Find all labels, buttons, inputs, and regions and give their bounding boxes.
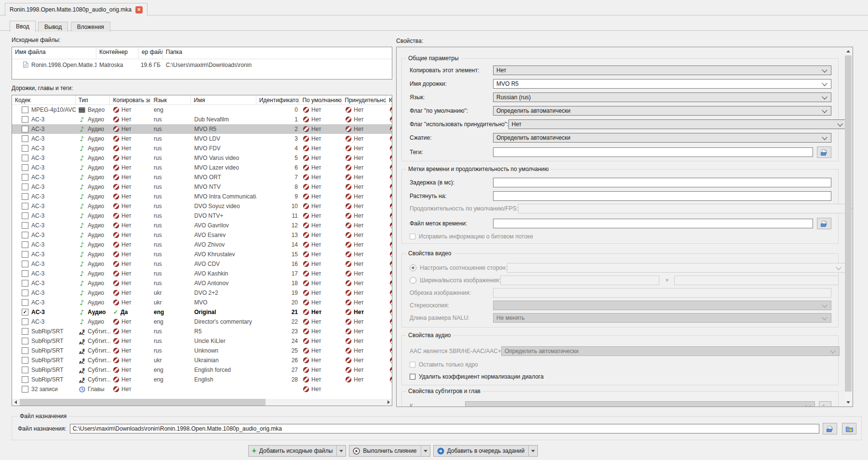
track-row[interactable]: AC-3♪АудиоНетrusAVO Antonov18НетНет	[12, 278, 392, 288]
browse-tags-button[interactable]	[817, 146, 831, 158]
compression-select[interactable]: Определить автоматически	[493, 133, 831, 143]
track-checkbox[interactable]	[22, 367, 28, 373]
remove-dialog-normalization-checkbox[interactable]	[410, 374, 415, 380]
track-checkbox[interactable]	[22, 116, 28, 123]
column-header[interactable]: Тип	[76, 95, 110, 105]
track-row[interactable]: AC-3♪АудиоНетrusMVO NTV8НетНет	[12, 182, 392, 192]
column-header[interactable]: Имя файла	[12, 47, 96, 59]
default-flag-select[interactable]: Определить автоматически	[493, 106, 831, 116]
tab-output[interactable]: Вывод	[38, 22, 68, 32]
track-checkbox[interactable]	[22, 203, 28, 210]
column-header[interactable]: Контейнер	[96, 47, 139, 59]
track-row[interactable]: AC-3♪АудиоНетrusDVO NTV+11НетНет	[12, 211, 392, 221]
track-checkbox[interactable]	[22, 347, 28, 354]
track-checkbox[interactable]	[22, 222, 28, 229]
track-checkbox[interactable]: ✓	[22, 309, 28, 315]
track-checkbox[interactable]	[22, 212, 28, 219]
track-row[interactable]: AC-3♪АудиоНетrusDub Nevafilm1НетНет	[12, 115, 392, 124]
scroll-up-icon[interactable]	[845, 48, 852, 55]
browse-destination-button[interactable]	[823, 423, 837, 434]
scroll-left-icon[interactable]	[12, 399, 19, 406]
track-checkbox[interactable]	[22, 338, 28, 344]
add-queue-dropdown-arrow[interactable]	[529, 446, 537, 456]
column-header[interactable]: Копировать элем	[110, 95, 150, 105]
start-multiplexing-button[interactable]: Выполнить слияние	[349, 445, 430, 457]
start-mux-dropdown-arrow[interactable]	[421, 446, 430, 456]
track-checkbox[interactable]	[22, 318, 28, 325]
track-checkbox[interactable]	[22, 184, 28, 190]
properties-vertical-scrollbar[interactable]	[845, 48, 852, 406]
track-checkbox[interactable]	[22, 289, 28, 296]
add-source-dropdown-arrow[interactable]	[337, 446, 346, 456]
scroll-down-icon[interactable]	[845, 399, 852, 406]
track-row[interactable]: SubRip/SRTBACСубтит...НетrusUnknown25Нет…	[12, 346, 392, 355]
column-header[interactable]: Имя	[191, 95, 256, 105]
track-checkbox[interactable]	[22, 155, 28, 161]
track-row[interactable]: AC-3♪АудиоНетrusMVO Intra Communicati...…	[12, 192, 392, 201]
column-header[interactable]: ер файла	[139, 47, 163, 59]
track-row[interactable]: AC-3♪АудиоНетukrMVO20НетНет	[12, 298, 392, 307]
favorite-folder-button[interactable]	[842, 423, 856, 434]
track-checkbox[interactable]	[22, 299, 28, 306]
scrollbar-thumb[interactable]	[20, 399, 266, 406]
tab-input[interactable]: Ввод	[10, 21, 36, 32]
column-header[interactable]: По умолчанию	[299, 95, 342, 105]
track-row[interactable]: AC-3♪АудиоНетrusAVO Gavrilov12НетНет	[12, 221, 392, 230]
track-row[interactable]: AC-3♪АудиоНетrusAVO Kashkin17НетНет	[12, 269, 392, 278]
track-row[interactable]: AC-3♪АудиоНетrusMVO Varus video5НетНет	[12, 153, 392, 163]
timestamps-file-input[interactable]	[493, 219, 813, 228]
scroll-right-icon[interactable]	[385, 399, 392, 406]
track-checkbox[interactable]	[22, 280, 28, 287]
track-name-combobox[interactable]: MVO R5	[493, 79, 831, 89]
track-row[interactable]: AC-3♪АудиоНетrusMVO Lazer video6НетНет	[12, 163, 392, 172]
delay-input[interactable]	[493, 178, 831, 187]
track-row[interactable]: SubRip/SRTBACСубтит...НетengEnglish forc…	[12, 365, 392, 375]
destination-file-input[interactable]	[70, 424, 819, 434]
track-checkbox[interactable]	[22, 164, 28, 171]
track-row[interactable]: 32 записиГлавыНетНет	[12, 384, 392, 394]
track-checkbox[interactable]	[22, 251, 28, 258]
track-checkbox[interactable]	[22, 270, 28, 277]
tracks-horizontal-scrollbar[interactable]	[12, 399, 392, 406]
track-row[interactable]: AC-3♪АудиоНетrusAVO Zhivov14НетНет	[12, 240, 392, 250]
track-checkbox[interactable]	[22, 232, 28, 238]
track-checkbox[interactable]	[22, 357, 28, 364]
track-row[interactable]: AC-3♪АудиоНетrusAVO CDV16НетНет	[12, 259, 392, 269]
track-row[interactable]: AC-3♪АудиоНетrusMVO LDV3НетНет	[12, 134, 392, 144]
tab-attachments[interactable]: Вложения	[71, 22, 110, 32]
track-row[interactable]: AC-3♪АудиоНетrusAVO Khrustalev15НетНет	[12, 250, 392, 259]
browse-timestamps-button[interactable]	[817, 218, 831, 229]
track-row[interactable]: SubRip/SRTBACСубтит...НетrusUncle KiLler…	[12, 336, 392, 346]
tags-input[interactable]	[493, 147, 813, 157]
track-row[interactable]: SubRip/SRTBACСубтит...НетengEnglish28Нет…	[12, 375, 392, 384]
column-header[interactable]: Идентификатор	[256, 95, 300, 105]
track-row[interactable]: AC-3♪АудиоНетengDirector's commentary22Н…	[12, 317, 392, 327]
column-header[interactable]: Кодек	[12, 95, 76, 105]
file-tab[interactable]: Ronin.1998.Open.Matte.1080p_audio_orig.m…	[5, 3, 147, 16]
track-checkbox[interactable]	[22, 126, 28, 132]
track-row[interactable]: AC-3♪АудиоНетrusMVO ORT7НетНет	[12, 172, 392, 182]
track-checkbox[interactable]	[22, 174, 28, 181]
track-row[interactable]: ✓AC-3♪Аудио✓ДаengOriginal21НетНет	[12, 307, 392, 317]
track-checkbox[interactable]	[22, 328, 28, 335]
add-source-files-button[interactable]: + Добавить исходные файлы	[248, 445, 347, 457]
track-checkbox[interactable]	[22, 261, 28, 267]
copy-element-select[interactable]: Нет	[493, 66, 831, 75]
column-header[interactable]: Принудительно	[342, 95, 386, 105]
track-checkbox[interactable]	[22, 386, 28, 393]
track-row[interactable]: AC-3♪АудиоНетukrDVO 2+219НетНет	[12, 288, 392, 298]
track-row[interactable]: SubRip/SRTBACСубтит...НетrusR523НетНет	[12, 327, 392, 336]
forced-flag-select[interactable]: Нет	[508, 119, 847, 129]
track-row[interactable]: SubRip/SRTBACСубтит...НетukrUkrainian26Н…	[12, 355, 392, 365]
column-header[interactable]: Код	[386, 95, 392, 105]
column-header[interactable]: Язык	[150, 95, 191, 105]
track-row[interactable]: AC-3♪АудиоНетrusDVO Soyuz video10НетНет	[12, 201, 392, 211]
close-tab-icon[interactable]: ✕	[135, 6, 143, 13]
scrollbar-thumb[interactable]	[845, 55, 852, 392]
source-file-row[interactable]: Ronin.1998.Open.Matte.10...Matroska19.6 …	[12, 59, 392, 71]
track-checkbox[interactable]	[22, 135, 28, 142]
add-to-job-queue-button[interactable]: Добавить в очередь заданий	[433, 445, 538, 457]
language-select[interactable]: Russian (rus)	[493, 92, 831, 102]
track-row[interactable]: AC-3♪АудиоНетrusMVO FDV4НетНет	[12, 144, 392, 153]
track-row[interactable]: AC-3♪АудиоНетrusAVO Esarev13НетНет	[12, 230, 392, 240]
